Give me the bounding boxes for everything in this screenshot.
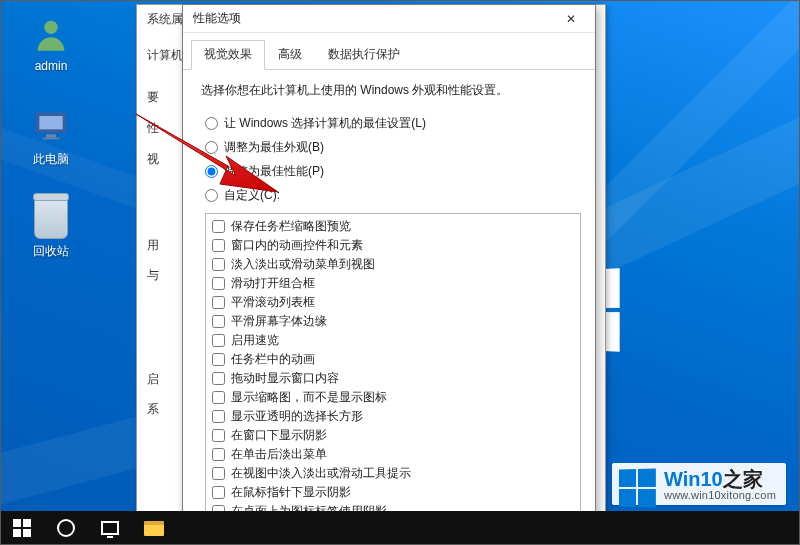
desktop-icon-label: 此电脑 xyxy=(14,151,88,168)
windows-start-icon xyxy=(13,519,31,537)
performance-options-dialog: 性能选项 ✕ 视觉效果 高级 数据执行保护 选择你想在此计算机上使用的 Wind… xyxy=(182,4,596,544)
visual-effect-item[interactable]: 滑动打开组合框 xyxy=(212,274,574,293)
radio-let-windows-choose[interactable]: 让 Windows 选择计算机的最佳设置(L) xyxy=(205,111,581,135)
visual-effects-list[interactable]: 保存任务栏缩略图预览窗口内的动画控件和元素淡入淡出或滑动菜单到视图滑动打开组合框… xyxy=(205,213,581,525)
svg-point-0 xyxy=(44,21,57,34)
tab-visual-effects[interactable]: 视觉效果 xyxy=(191,40,265,70)
visual-effect-item[interactable]: 在单击后淡出菜单 xyxy=(212,445,574,464)
tab-strip: 视觉效果 高级 数据执行保护 xyxy=(183,33,595,70)
radio-group: 让 Windows 选择计算机的最佳设置(L) 调整为最佳外观(B) 调整为最佳… xyxy=(205,111,581,207)
window-title: 性能选项 xyxy=(193,10,241,27)
radio-custom[interactable]: 自定义(C): xyxy=(205,183,581,207)
visual-effect-item[interactable]: 平滑屏幕字体边缘 xyxy=(212,312,574,331)
checkbox-input[interactable] xyxy=(212,429,225,442)
start-button[interactable] xyxy=(0,511,44,545)
watermark-logo-icon xyxy=(619,469,656,508)
radio-input[interactable] xyxy=(205,141,218,154)
visual-effect-item[interactable]: 窗口内的动画控件和元素 xyxy=(212,236,574,255)
visual-effect-item[interactable]: 显示缩略图，而不是显示图标 xyxy=(212,388,574,407)
checkbox-input[interactable] xyxy=(212,334,225,347)
desktop-icon-label: admin xyxy=(14,59,88,73)
watermark: Win10之家 www.win10xitong.com xyxy=(612,463,786,505)
checkbox-input[interactable] xyxy=(212,277,225,290)
radio-best-performance[interactable]: 调整为最佳性能(P) xyxy=(205,159,581,183)
visual-effect-item[interactable]: 启用速览 xyxy=(212,331,574,350)
close-button[interactable]: ✕ xyxy=(551,7,591,31)
visual-effect-item[interactable]: 在视图中淡入淡出或滑动工具提示 xyxy=(212,464,574,483)
visual-effect-item[interactable]: 显示亚透明的选择长方形 xyxy=(212,407,574,426)
radio-input[interactable] xyxy=(205,189,218,202)
desktop-icon-user[interactable]: admin xyxy=(14,12,88,73)
taskview-icon xyxy=(101,521,119,535)
desktop-icon-thispc[interactable]: 此电脑 xyxy=(14,104,88,168)
radio-input[interactable] xyxy=(205,117,218,130)
radio-best-appearance[interactable]: 调整为最佳外观(B) xyxy=(205,135,581,159)
visual-effect-item[interactable]: 任务栏中的动画 xyxy=(212,350,574,369)
close-icon: ✕ xyxy=(566,12,576,26)
titlebar[interactable]: 性能选项 ✕ xyxy=(183,5,595,33)
taskbar xyxy=(0,511,800,545)
visual-effect-item[interactable]: 拖动时显示窗口内容 xyxy=(212,369,574,388)
checkbox-input[interactable] xyxy=(212,353,225,366)
svg-rect-4 xyxy=(39,116,62,129)
intro-text: 选择你想在此计算机上使用的 Windows 外观和性能设置。 xyxy=(201,82,581,99)
visual-effect-item[interactable]: 保存任务栏缩略图预览 xyxy=(212,217,574,236)
checkbox-input[interactable] xyxy=(212,258,225,271)
tab-advanced[interactable]: 高级 xyxy=(265,40,315,70)
checkbox-input[interactable] xyxy=(212,448,225,461)
cortana-icon xyxy=(57,519,75,537)
checkbox-input[interactable] xyxy=(212,220,225,233)
desktop-icon-recyclebin[interactable]: 回收站 xyxy=(14,196,88,260)
svg-rect-2 xyxy=(46,134,56,137)
tab-content: 选择你想在此计算机上使用的 Windows 外观和性能设置。 让 Windows… xyxy=(183,70,595,543)
checkbox-input[interactable] xyxy=(212,410,225,423)
checkbox-input[interactable] xyxy=(212,315,225,328)
visual-effect-item[interactable]: 淡入淡出或滑动菜单到视图 xyxy=(212,255,574,274)
visual-effect-item[interactable]: 在鼠标指针下显示阴影 xyxy=(212,483,574,502)
checkbox-input[interactable] xyxy=(212,486,225,499)
radio-input[interactable] xyxy=(205,165,218,178)
recyclebin-icon xyxy=(34,197,68,239)
checkbox-input[interactable] xyxy=(212,296,225,309)
checkbox-input[interactable] xyxy=(212,372,225,385)
checkbox-input[interactable] xyxy=(212,391,225,404)
svg-rect-3 xyxy=(43,138,60,140)
computer-icon xyxy=(30,106,72,146)
checkbox-input[interactable] xyxy=(212,239,225,252)
checkbox-input[interactable] xyxy=(212,467,225,480)
cortana-button[interactable] xyxy=(44,511,88,545)
folder-icon xyxy=(144,521,164,536)
desktop-icon-label: 回收站 xyxy=(14,243,88,260)
visual-effect-item[interactable]: 平滑滚动列表框 xyxy=(212,293,574,312)
user-icon xyxy=(31,14,71,54)
explorer-taskbar-button[interactable] xyxy=(132,511,176,545)
tab-dep[interactable]: 数据执行保护 xyxy=(315,40,413,70)
visual-effect-item[interactable]: 在窗口下显示阴影 xyxy=(212,426,574,445)
taskview-button[interactable] xyxy=(88,511,132,545)
